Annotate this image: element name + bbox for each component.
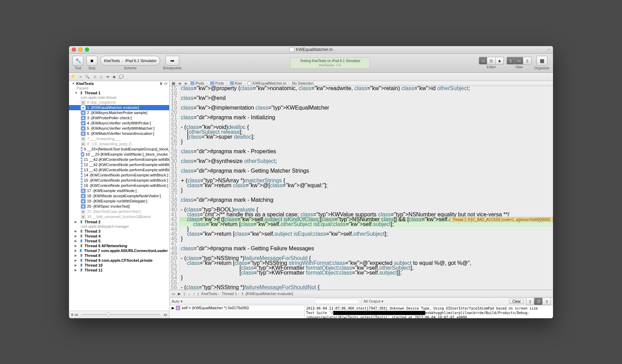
nav-test-icon: ⎌	[100, 75, 103, 79]
window-title-text: KWEqualMatcher.m	[296, 47, 332, 52]
stack-frame[interactable]: ■17 -[KWExample visitItNode:]	[69, 188, 169, 193]
stack-frame[interactable]: ■3 -[KWProbePoller check:]	[69, 115, 169, 121]
stack-frame[interactable]: ■8 _CF_forwarding_prep_0	[69, 141, 169, 147]
thread-row[interactable]: ▶🧵Thread 3	[69, 229, 169, 234]
toolbar: 🔧 Test ■ Stop KiwiTests › iPad 6.1 Simul…	[69, 54, 553, 73]
stack-frame[interactable]: ■6 -[KWMatchVerifier forwardInvocation:]	[69, 131, 169, 136]
stop-button[interactable]: ■ Stop	[86, 56, 97, 70]
navigator-selector[interactable]: 📁≡ 🔍⚠ ⎌➡ ◆💬	[69, 73, 553, 81]
detail-slider[interactable]	[81, 314, 160, 315]
debug-area: ▭ ▶ ⤵ ↓ ↑ | KiwiTests Thread 1 1 -[KWEqu…	[170, 290, 553, 318]
scheme-selector[interactable]: KiwiTests › iPad 6.1 Simulator	[100, 56, 160, 66]
stack-frame[interactable]: ■2 -[KWAsyncMatcherProbe sample]	[69, 110, 169, 115]
thread-row[interactable]: ▶🧵Thread 8	[69, 253, 169, 258]
error-annotation[interactable]: Thread 1: EXC_BAD_ACCESS (code=1, addres…	[450, 217, 553, 222]
thread-row[interactable]: ▶🧵Thread 5	[69, 239, 169, 243]
console-view[interactable]: 2013-06-04 11:07:06.960 otest[7947:303] …	[305, 305, 553, 318]
stack-frame[interactable]: ■4 -[KWAsyncVerifier verifyWithProbe:]	[69, 121, 169, 126]
step-over-icon: ⤵	[183, 292, 185, 296]
activity-viewer: Testing KiwiTests on iPad 6.1 Simulator …	[290, 57, 370, 69]
stack-frame[interactable]: ■19 -[KWExample runWithDelegate:]	[69, 199, 169, 204]
traffic-lights	[72, 47, 89, 52]
debug-bar[interactable]: ▭ ▶ ⤵ ↓ ↑ | KiwiTests Thread 1 1 -[KWEqu…	[170, 290, 553, 298]
footer-icon[interactable]: ≡	[71, 312, 73, 317]
nav-search-icon: 🔍	[85, 75, 90, 79]
debug-view-seg[interactable]: ▯◫▯	[526, 297, 551, 305]
footer-icon[interactable]: ▭	[164, 312, 167, 317]
stack-frame[interactable]: ■16 -[KWContextNode performExample:withB…	[69, 183, 169, 188]
fullscreen-icon[interactable]: ⤢	[547, 47, 550, 52]
main-split: ▼KiwiTests⏸ ⟳Paused▼🧵Thread 1com.apple.m…	[69, 81, 553, 318]
organizer-button[interactable]: ▦ Organizer	[534, 56, 550, 70]
step-out-icon: ↑	[193, 292, 195, 296]
thread-row[interactable]: ▶🧵Thread 4	[69, 234, 169, 239]
thread-row[interactable]: ▶🧵Thread 6 AFNetworking	[69, 243, 169, 248]
variables-search[interactable]	[314, 299, 359, 304]
step-into-icon: ↓	[188, 292, 190, 296]
nav-issue-icon: ⚠	[93, 75, 97, 79]
thread-row[interactable]: ▶🧵Thread 11	[69, 268, 169, 272]
continue-icon: ▶	[178, 292, 181, 296]
navigator-footer: ≡ ▭ ▭	[69, 311, 169, 318]
editor-area: ▦ ◀ ▶ Pods Pods Kiwi KWEqualMatcher.m No…	[170, 81, 553, 318]
stack-frame[interactable]: ■1 -[KWEqualMatcher evaluate]	[69, 105, 169, 110]
stack-frame[interactable]: ■7 ___forwarding___	[69, 136, 169, 141]
toggle-debug-icon: ▭	[172, 292, 175, 296]
related-items-icon: ▦	[172, 81, 175, 86]
nav-file-icon: 📁	[71, 75, 76, 79]
variables-view[interactable]: ▶Aself = (KWEqualMatcher *) 0x0176d350	[170, 305, 305, 318]
nav-log-icon: 💬	[119, 75, 124, 79]
stack-frame[interactable]: ■21 -[SenTestCase performTest:]	[69, 209, 169, 214]
stack-frame[interactable]: ■5 -[KWAsyncVerifier verifyWithMatcher:]	[69, 126, 169, 131]
thread-list[interactable]: ▼KiwiTests⏸ ⟳Paused▼🧵Thread 1com.apple.m…	[69, 81, 169, 311]
stack-frame[interactable]: ■0 objc_msgSend	[69, 100, 169, 105]
thread-row[interactable]: ▶🧵Thread 10	[69, 263, 169, 268]
stack-frame[interactable]: ■12 __42-[KWContextNode performExample:w…	[69, 162, 169, 167]
debug-filter-bar: Auto ▾ All Output ▾ Clear ▯◫▯	[170, 298, 553, 305]
footer-icon[interactable]: ▭	[75, 312, 78, 317]
variables-scope-popup[interactable]: Auto ▾	[172, 299, 183, 304]
stack-frame[interactable]: ■20 -[KWSpec invokeTest]	[69, 204, 169, 209]
close-button[interactable]	[72, 47, 76, 52]
thread-row[interactable]: ▶🧵Thread 2	[69, 219, 169, 224]
file-icon	[289, 47, 294, 52]
stack-frame[interactable]: ■14 -[KWContextNode performExample:withB…	[69, 173, 169, 178]
stack-frame[interactable]: ■10 __25-[KWExample visitItNode:]_block_…	[69, 152, 169, 157]
console-scope-popup[interactable]: All Output ▾	[364, 299, 383, 304]
stack-frame[interactable]: ■9 __33+[NetworkTest buildExampleGroups]…	[69, 147, 169, 152]
stack-frame[interactable]: ■18 -[KWItNode acceptExampleNodeVisitor:…	[69, 193, 169, 199]
window-title: KWEqualMatcher.m	[289, 47, 332, 52]
nav-debug-icon: ➡	[106, 75, 109, 79]
debug-navigator: ▼KiwiTests⏸ ⟳Paused▼🧵Thread 1com.apple.m…	[69, 81, 170, 318]
editor-mode-segmented[interactable]: ▭◫◈	[479, 57, 504, 64]
nav-symbol-icon: ≡	[79, 75, 81, 79]
thread-row[interactable]: ▶🧵Thread 9 com.apple.CFSocket.private	[69, 258, 169, 263]
xcode-window: KWEqualMatcher.m ⤢ 🔧 Test ■ Stop KiwiTes…	[69, 46, 553, 318]
stack-frame[interactable]: ■11 __42-[KWContextNode performExample:w…	[69, 157, 169, 162]
nav-breakpoint-icon: ◆	[113, 75, 115, 79]
source-editor[interactable]: 1516171819202122232425262728293031323334…	[170, 86, 553, 290]
clear-button[interactable]: Clear	[509, 299, 524, 304]
zoom-button[interactable]	[85, 47, 89, 52]
thread-row[interactable]: ▶🧵Thread 7 com.apple.NSURLConnectionLoad…	[69, 248, 169, 253]
stack-frame[interactable]: ■15 -[KWContextNode performExample:withB…	[69, 178, 169, 183]
run-test-button[interactable]: 🔧 Test	[72, 56, 84, 70]
stack-frame[interactable]: ■13 __42-[KWContextNode performExample:w…	[69, 167, 169, 173]
view-segmented[interactable]: ▯▭▯	[507, 57, 532, 64]
titlebar[interactable]: KWEqualMatcher.m ⤢	[69, 46, 553, 54]
stack-frame[interactable]: ■33 __lldb_unnamed_function1$$otest	[69, 214, 169, 219]
breakpoints-button[interactable]: ➡ Breakpoints	[163, 56, 181, 70]
minimize-button[interactable]	[78, 47, 83, 52]
